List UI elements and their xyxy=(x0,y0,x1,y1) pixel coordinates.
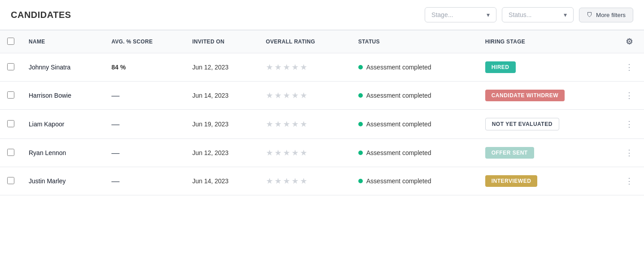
hiring-stage-badge: CANDIDATE WITHDREW xyxy=(485,90,565,101)
invited-on-cell: Jun 12, 2023 xyxy=(185,139,259,167)
star: ★ xyxy=(266,148,273,158)
hiring-stage-badge: NOT YET EVALUATED xyxy=(485,118,559,130)
table-row: Johnny Sinatra 84 % Jun 12, 2023 ★★★★★ A… xyxy=(0,53,644,82)
star: ★ xyxy=(283,119,290,129)
overall-rating-cell[interactable]: ★★★★★ xyxy=(259,82,351,110)
status-dot xyxy=(358,179,363,183)
overall-rating-cell[interactable]: ★★★★★ xyxy=(259,53,351,82)
avg-score-value: — xyxy=(111,148,119,157)
settings-col-header[interactable]: ⚙ xyxy=(614,30,644,53)
table-row: Justin Marley — Jun 14, 2023 ★★★★★ Asses… xyxy=(0,167,644,195)
row-checkbox-cell[interactable] xyxy=(0,167,22,195)
star-rating[interactable]: ★★★★★ xyxy=(266,62,344,72)
select-all-checkbox[interactable] xyxy=(7,38,14,45)
candidate-name: Ryan Lennon xyxy=(29,149,66,156)
row-checkbox[interactable] xyxy=(7,63,14,70)
overall-rating-col-header: OVERALL RATING xyxy=(259,30,351,53)
star-rating[interactable]: ★★★★★ xyxy=(266,91,344,100)
star-rating[interactable]: ★★★★★ xyxy=(266,119,344,129)
status-text: Assessment completed xyxy=(366,92,431,99)
invited-on-cell: Jun 14, 2023 xyxy=(185,82,259,110)
star: ★ xyxy=(274,91,282,100)
status-text: Assessment completed xyxy=(366,177,431,185)
overall-rating-cell[interactable]: ★★★★★ xyxy=(259,167,351,195)
star-rating[interactable]: ★★★★★ xyxy=(266,148,344,158)
more-filters-button[interactable]: ⛉ More filters xyxy=(579,8,633,22)
row-menu-cell[interactable]: ⋮ xyxy=(614,82,644,110)
invited-on-date: Jun 12, 2023 xyxy=(192,64,229,71)
star: ★ xyxy=(266,91,273,100)
candidates-table-container: NAME AVG. % SCORE INVITED ON OVERALL RAT… xyxy=(0,30,644,195)
star: ★ xyxy=(292,91,299,100)
row-checkbox-cell[interactable] xyxy=(0,110,22,139)
select-all-header[interactable] xyxy=(0,30,22,53)
row-checkbox-cell[interactable] xyxy=(0,53,22,82)
status-dot xyxy=(358,151,363,155)
status-placeholder: Status... xyxy=(509,11,531,18)
gear-icon[interactable]: ⚙ xyxy=(626,37,633,46)
candidates-table: NAME AVG. % SCORE INVITED ON OVERALL RAT… xyxy=(0,30,644,195)
row-checkbox-cell[interactable] xyxy=(0,82,22,110)
star: ★ xyxy=(283,91,290,100)
status-text: Assessment completed xyxy=(366,121,431,128)
candidate-name: Harrison Bowie xyxy=(29,92,71,99)
candidate-name-cell: Ryan Lennon xyxy=(22,139,104,167)
invited-on-date: Jun 14, 2023 xyxy=(192,92,229,99)
row-menu-icon[interactable]: ⋮ xyxy=(622,89,637,102)
avg-score-value: — xyxy=(111,91,119,100)
row-checkbox[interactable] xyxy=(7,91,14,99)
table-row: Liam Kapoor — Jun 19, 2023 ★★★★★ Assessm… xyxy=(0,110,644,139)
hiring-stage-badge: INTERVIEWED xyxy=(485,175,538,187)
candidate-name-cell: Justin Marley xyxy=(22,167,104,195)
star-rating[interactable]: ★★★★★ xyxy=(266,176,344,186)
hiring-stage-cell: HIRED xyxy=(478,53,614,82)
row-menu-cell[interactable]: ⋮ xyxy=(614,139,644,167)
avg-score-value: 84 % xyxy=(111,64,126,71)
more-filters-label: More filters xyxy=(596,12,626,18)
status-chevron-icon: ▾ xyxy=(564,11,567,18)
hiring-stage-badge: OFFER SENT xyxy=(485,147,534,159)
row-checkbox[interactable] xyxy=(7,149,14,156)
stage-filter[interactable]: Stage... ▾ xyxy=(425,7,496,22)
row-menu-icon[interactable]: ⋮ xyxy=(622,118,637,130)
star: ★ xyxy=(283,148,290,158)
star: ★ xyxy=(292,176,299,186)
star: ★ xyxy=(300,148,307,158)
page-header: CANDIDATES Stage... ▾ Status... ▾ ⛉ More… xyxy=(0,0,644,30)
status-dot xyxy=(358,65,363,69)
row-menu-cell[interactable]: ⋮ xyxy=(614,167,644,195)
table-header-row: NAME AVG. % SCORE INVITED ON OVERALL RAT… xyxy=(0,30,644,53)
row-menu-cell[interactable]: ⋮ xyxy=(614,110,644,139)
status-filter[interactable]: Status... ▾ xyxy=(502,7,574,22)
avg-score-value: — xyxy=(111,177,119,186)
avg-score-cell: 84 % xyxy=(104,53,185,82)
row-menu-icon[interactable]: ⋮ xyxy=(622,61,637,73)
row-checkbox[interactable] xyxy=(7,177,14,184)
star: ★ xyxy=(283,62,290,72)
star: ★ xyxy=(266,119,273,129)
table-row: Ryan Lennon — Jun 12, 2023 ★★★★★ Assessm… xyxy=(0,139,644,167)
star: ★ xyxy=(274,62,282,72)
page-title: CANDIDATES xyxy=(11,10,419,20)
star: ★ xyxy=(266,176,273,186)
invited-on-date: Jun 14, 2023 xyxy=(192,177,229,185)
row-checkbox[interactable] xyxy=(7,120,14,127)
candidate-name: Liam Kapoor xyxy=(29,121,64,128)
overall-rating-cell[interactable]: ★★★★★ xyxy=(259,110,351,139)
overall-rating-cell[interactable]: ★★★★★ xyxy=(259,139,351,167)
star: ★ xyxy=(274,176,282,186)
star: ★ xyxy=(266,62,273,72)
row-menu-icon[interactable]: ⋮ xyxy=(622,147,637,159)
row-checkbox-cell[interactable] xyxy=(0,139,22,167)
avg-score-col-header: AVG. % SCORE xyxy=(104,30,185,53)
row-menu-icon[interactable]: ⋮ xyxy=(622,175,637,187)
status-dot xyxy=(358,122,363,126)
star: ★ xyxy=(292,62,299,72)
invited-on-cell: Jun 12, 2023 xyxy=(185,53,259,82)
avg-score-cell: — xyxy=(104,167,185,195)
hiring-stage-cell: CANDIDATE WITHDREW xyxy=(478,82,614,110)
star: ★ xyxy=(300,91,307,100)
avg-score-cell: — xyxy=(104,82,185,110)
status-text: Assessment completed xyxy=(366,149,431,156)
row-menu-cell[interactable]: ⋮ xyxy=(614,53,644,82)
